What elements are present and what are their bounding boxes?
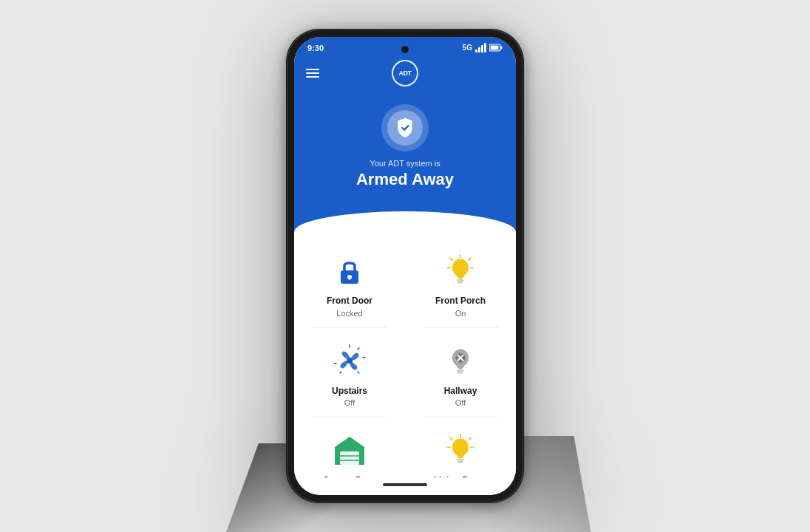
svg-line-10 <box>450 259 452 261</box>
devices-section[interactable]: Front Door Locked <box>294 232 516 477</box>
device-hallway[interactable]: Hallway Off <box>405 328 516 418</box>
status-time: 9:30 <box>307 44 324 52</box>
shield-icon <box>394 117 416 139</box>
svg-rect-22 <box>457 369 463 372</box>
svg-rect-1 <box>501 47 503 50</box>
device-upstairs[interactable]: Upstairs Off <box>294 328 405 418</box>
home-bar <box>294 477 516 495</box>
lock-icon <box>333 254 366 287</box>
hamburger-menu[interactable] <box>306 69 319 78</box>
front-door-status: Locked <box>336 309 362 318</box>
front-porch-name: Front Porch <box>435 296 486 307</box>
upstairs-name: Upstairs <box>332 386 367 398</box>
home-indicator <box>383 483 427 486</box>
hamburger-line-3 <box>306 76 319 78</box>
hallway-icon-wrap <box>441 341 480 380</box>
signal-bar-2 <box>478 47 480 52</box>
svg-rect-32 <box>457 459 463 461</box>
hallway-name: Hallway <box>444 386 477 398</box>
signal-bars <box>475 43 486 52</box>
camera-notch <box>401 46 409 53</box>
status-icons: 5G <box>463 43 503 52</box>
front-door-icon-wrap <box>330 251 369 290</box>
phone-screen: 9:30 5G <box>294 37 516 495</box>
upstairs-icon-wrap <box>330 341 369 380</box>
front-porch-status: On <box>455 309 466 318</box>
adt-logo: ADT <box>392 60 418 86</box>
svg-rect-23 <box>457 371 463 373</box>
device-front-porch[interactable]: Front Porch On <box>405 238 516 328</box>
svg-line-36 <box>469 438 471 440</box>
signal-bar-3 <box>481 45 483 52</box>
garage-door-icon-wrap <box>330 431 369 469</box>
drag-handle[interactable] <box>395 216 415 218</box>
svg-line-35 <box>450 438 452 440</box>
svg-line-19 <box>340 372 341 373</box>
device-garage-door[interactable]: Garage Door Open <box>294 417 405 477</box>
garage-door-name: Garage Door <box>323 475 377 477</box>
living-room-icon-wrap <box>441 431 480 469</box>
living-room-name: Living Room <box>434 475 488 477</box>
shield-container <box>381 104 429 151</box>
svg-rect-5 <box>349 277 350 280</box>
bulb-on-icon <box>446 254 475 287</box>
adt-logo-text: ADT <box>399 69 412 77</box>
hero-section: Your ADT system is Armed Away <box>294 94 516 211</box>
front-door-name: Front Door <box>327 296 372 307</box>
device-living-room[interactable]: Living Room On <box>405 417 516 477</box>
svg-rect-2 <box>491 46 499 50</box>
signal-bar-1 <box>475 50 477 52</box>
svg-line-18 <box>358 372 359 373</box>
garage-icon <box>331 434 368 466</box>
svg-rect-28 <box>340 451 359 465</box>
upstairs-status: Off <box>344 398 355 407</box>
wave-divider <box>294 211 516 232</box>
bulb-on-icon-2 <box>446 434 475 466</box>
devices-grid: Front Door Locked <box>294 238 516 477</box>
svg-rect-8 <box>457 282 463 284</box>
svg-rect-33 <box>457 461 463 463</box>
svg-line-16 <box>358 348 359 349</box>
phone-frame: 9:30 5G <box>287 30 523 502</box>
svg-line-11 <box>469 259 471 261</box>
signal-label: 5G <box>463 44 472 52</box>
system-status-label: Your ADT system is <box>370 159 440 168</box>
bulb-off-icon <box>446 344 475 377</box>
system-status-value: Armed Away <box>356 170 454 189</box>
svg-rect-7 <box>457 279 463 282</box>
front-porch-icon-wrap <box>441 251 480 290</box>
shield-inner <box>387 110 423 146</box>
hamburger-line-1 <box>306 69 319 70</box>
nav-bar: ADT <box>294 55 516 94</box>
hamburger-line-2 <box>306 72 319 74</box>
fan-icon <box>333 344 367 378</box>
battery-icon <box>489 44 503 52</box>
hallway-status: Off <box>455 398 466 407</box>
signal-bar-4 <box>484 43 486 52</box>
phone-wrapper: 9:30 5G <box>287 30 523 502</box>
device-front-door[interactable]: Front Door Locked <box>294 238 405 328</box>
